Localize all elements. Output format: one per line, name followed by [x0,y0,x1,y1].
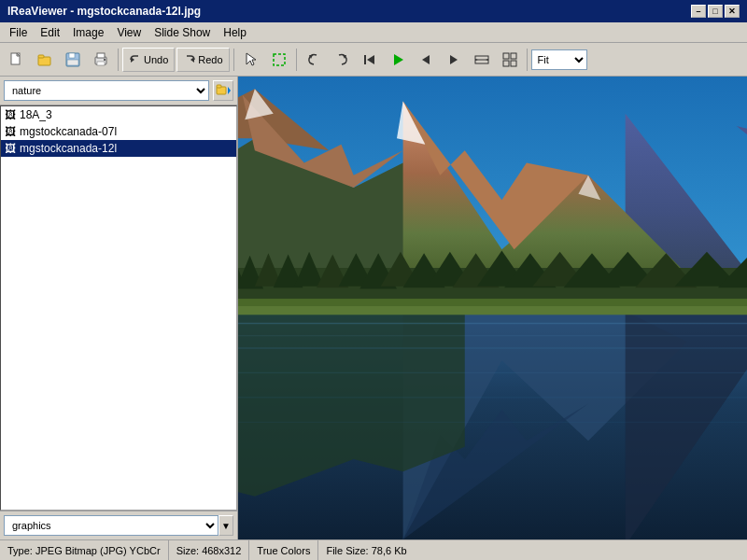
svg-marker-21 [450,55,458,64]
redo-label: Redo [198,54,222,65]
left-panel: nature 🖼 18A_3 🖼 mgstockcanada-07l 🖼 mgs… [0,77,238,539]
svg-rect-26 [503,53,509,59]
svg-marker-17 [367,55,374,64]
minimize-button[interactable]: – [691,5,706,18]
list-item[interactable]: 🖼 mgstockcanada-07l [1,123,236,140]
svg-marker-20 [422,55,430,64]
separator-2 [233,49,234,71]
file-name: 18A_3 [20,108,52,121]
svg-rect-31 [217,85,221,88]
open-button[interactable] [32,48,58,72]
menu-image[interactable]: Image [67,24,109,41]
select-tool[interactable] [266,48,292,72]
list-item-selected[interactable]: 🖼 mgstockcanada-12l [1,140,236,157]
svg-rect-29 [511,61,516,66]
separator-4 [527,49,528,71]
new-button[interactable] [4,48,30,72]
pointer-tool[interactable] [238,48,264,72]
maximize-button[interactable]: □ [708,5,723,18]
save-button[interactable] [60,48,86,72]
separator-3 [296,49,297,71]
rotate-left-button[interactable] [301,48,327,72]
zoom-select[interactable]: Fit 100% 50% 200% [531,49,587,70]
category-dropdown[interactable]: graphics [4,515,218,536]
file-name: mgstockcanada-07l [20,125,117,138]
title-bar-controls: – □ ✕ [691,5,740,18]
menu-slideshow[interactable]: Slide Show [148,24,216,41]
status-bar: Type: JPEG Bitmap (JPG) YCbCr Size: 468x… [0,539,747,560]
undo-button[interactable]: Undo [122,48,175,72]
status-colors: True Colors [249,540,318,560]
svg-rect-5 [69,53,75,58]
prev-image-button[interactable] [413,48,439,72]
file-icon: 🖼 [5,108,16,121]
title-text: IReaViewer - mgstockcanada-12l.jpg [7,5,201,18]
undo-label: Undo [144,54,168,65]
fit-width-button[interactable] [469,48,495,72]
svg-rect-3 [38,55,44,58]
tile-button[interactable] [497,48,523,72]
prev-button[interactable] [357,48,383,72]
bottom-dropdown-bar: graphics ▼ [0,511,237,539]
menu-view[interactable]: View [111,24,147,41]
svg-rect-9 [97,62,105,65]
menu-file[interactable]: File [4,24,33,41]
folder-dropdown[interactable]: nature [4,80,209,101]
svg-rect-27 [511,53,516,59]
menu-bar: File Edit Image View Slide Show Help [0,22,747,43]
svg-marker-25 [486,59,488,61]
file-list[interactable]: 🖼 18A_3 🖼 mgstockcanada-07l 🖼 mgstockcan… [0,105,237,511]
svg-rect-6 [67,60,78,65]
title-bar: IReaViewer - mgstockcanada-12l.jpg – □ ✕ [0,0,747,22]
svg-marker-11 [131,57,134,63]
file-icon: 🖼 [5,142,16,155]
status-dimensions: Size: 468x312 [169,540,250,560]
svg-marker-32 [228,87,231,94]
folder-bar: nature [0,77,237,105]
mountain-scene [238,77,747,539]
menu-help[interactable]: Help [218,24,252,41]
svg-marker-24 [475,59,478,61]
list-item[interactable]: 🖼 18A_3 [1,106,236,123]
main-content: nature 🖼 18A_3 🖼 mgstockcanada-07l 🖼 mgs… [0,77,747,539]
svg-rect-82 [238,299,747,306]
slideshow-play-button[interactable] [385,48,411,72]
close-button[interactable]: ✕ [725,5,740,18]
folder-nav-button[interactable] [213,80,233,101]
svg-rect-28 [503,61,509,66]
separator-1 [118,49,119,71]
status-format: Type: JPEG Bitmap (JPG) YCbCr [0,540,169,560]
svg-marker-12 [190,57,194,63]
category-dropdown-arrow[interactable]: ▼ [218,515,233,536]
svg-point-10 [104,59,106,61]
svg-marker-19 [394,54,403,65]
menu-edit[interactable]: Edit [35,24,65,41]
svg-rect-8 [97,53,105,58]
toolbar: Undo Redo Fit 100% 50% 200% [0,43,747,77]
svg-rect-18 [364,55,366,64]
svg-rect-81 [238,305,747,315]
print-button[interactable] [88,48,114,72]
status-filesize: File Size: 78,6 Kb [318,540,414,560]
next-image-button[interactable] [441,48,467,72]
redo-button[interactable]: Redo [176,48,229,72]
image-area [238,77,747,539]
rotate-right-button[interactable] [329,48,355,72]
file-icon: 🖼 [5,125,16,138]
svg-rect-14 [274,54,285,65]
svg-marker-13 [247,53,256,65]
file-name: mgstockcanada-12l [20,142,117,155]
